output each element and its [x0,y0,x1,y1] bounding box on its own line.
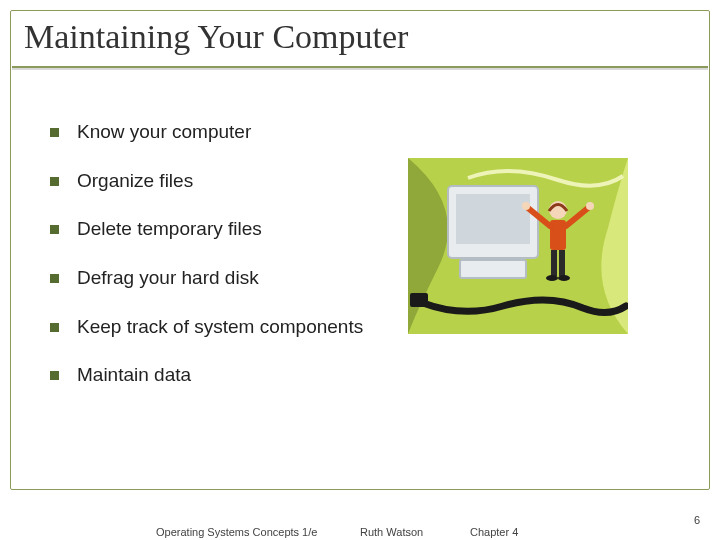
list-item: Delete temporary files [50,217,370,242]
list-item: Keep track of system components [50,315,370,340]
bullet-text: Maintain data [77,363,191,388]
svg-rect-4 [410,293,428,307]
bullet-text: Keep track of system components [77,315,363,340]
square-bullet-icon [50,225,59,234]
svg-rect-2 [456,194,530,244]
list-item: Organize files [50,169,370,194]
square-bullet-icon [50,274,59,283]
svg-point-7 [522,202,530,210]
bullet-text: Organize files [77,169,193,194]
bullet-text: Know your computer [77,120,251,145]
svg-rect-9 [551,250,557,276]
computer-clipart-icon [408,158,628,334]
bullet-list: Know your computer Organize files Delete… [50,120,370,412]
svg-rect-3 [460,260,526,278]
footer-chapter: Chapter 4 [470,526,518,538]
svg-point-12 [558,275,570,281]
footer-book: Operating Systems Concepts 1/e [156,526,317,538]
slide-title: Maintaining Your Computer [24,18,408,56]
list-item: Maintain data [50,363,370,388]
svg-point-11 [546,275,558,281]
svg-rect-10 [559,250,565,276]
list-item: Know your computer [50,120,370,145]
page-number: 6 [694,514,700,526]
title-underline [12,66,708,68]
square-bullet-icon [50,323,59,332]
footer-author: Ruth Watson [360,526,423,538]
bullet-text: Delete temporary files [77,217,262,242]
bullet-text: Defrag your hard disk [77,266,259,291]
list-item: Defrag your hard disk [50,266,370,291]
square-bullet-icon [50,371,59,380]
square-bullet-icon [50,177,59,186]
svg-point-8 [586,202,594,210]
square-bullet-icon [50,128,59,137]
